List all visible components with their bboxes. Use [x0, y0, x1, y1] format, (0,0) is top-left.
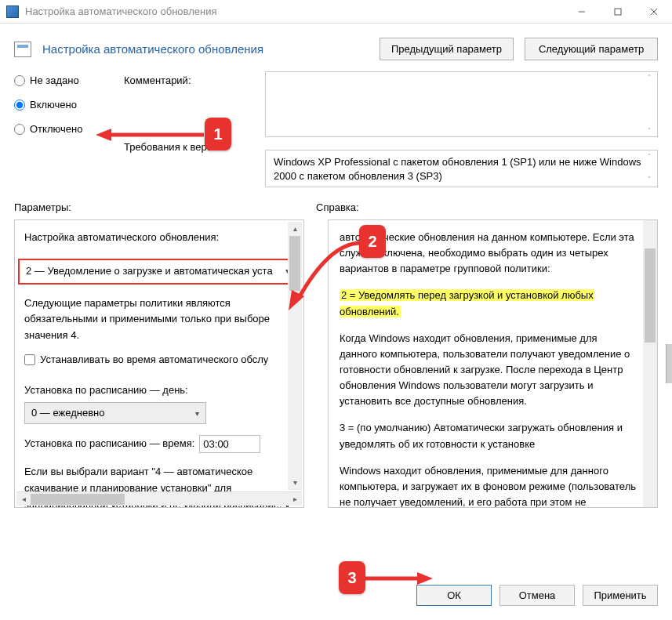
radio-disabled-label: Отключено	[30, 123, 82, 135]
resize-handle[interactable]	[666, 344, 672, 383]
svg-rect-1	[615, 9, 621, 15]
help-p5: Windows находит обновления, применимые д…	[340, 463, 637, 508]
policy-header: Настройка автоматического обновления Пре…	[0, 24, 672, 68]
schedule-time-label: Установка по расписанию — время:	[24, 436, 194, 452]
help-vscrollbar[interactable]	[643, 220, 657, 507]
parameters-section-label: Параметры:	[14, 201, 316, 213]
help-p3: Когда Windows находит обновления, примен…	[340, 331, 637, 410]
parameters-vscrollbar[interactable]: ▴ ▾	[288, 222, 302, 490]
parameters-hscrollbar[interactable]: ◂ ▸	[16, 491, 302, 506]
ok-button[interactable]: ОК	[416, 585, 492, 606]
schedule-time-input[interactable]	[199, 435, 260, 453]
help-p4: 3 = (по умолчанию) Автоматически загружа…	[340, 420, 637, 451]
policy-note: Следующие параметры политики являются об…	[24, 295, 292, 344]
schedule-day-dropdown[interactable]: 0 — ежедневно ▾	[24, 402, 206, 425]
update-mode-value: 2 — Уведомление о загрузке и автоматичес…	[26, 265, 273, 277]
policy-icon	[14, 42, 31, 57]
help-section-label: Справка:	[316, 201, 658, 213]
next-setting-button[interactable]: Следующий параметр	[525, 38, 658, 60]
comment-scrollbar[interactable]: ˄˅	[643, 74, 656, 135]
annotation-badge-1: 1	[205, 118, 231, 150]
radio-enabled-input[interactable]	[14, 100, 25, 111]
radio-enabled-label: Включено	[30, 99, 77, 111]
annotation-badge-2: 2	[359, 225, 386, 258]
maximize-button[interactable]	[600, 0, 636, 24]
comment-textarea[interactable]: ˄˅	[265, 71, 658, 137]
requirements-scrollbar[interactable]: ˄˅	[643, 152, 656, 185]
annotation-badge-3: 3	[339, 561, 365, 594]
page-title: Настройка автоматического обновления	[42, 42, 369, 56]
radio-enabled[interactable]: Включено	[14, 99, 116, 111]
dialog-footer: ОК Отмена Применить	[416, 585, 658, 606]
radio-disabled[interactable]: Отключено	[14, 123, 116, 135]
radio-not-configured[interactable]: Не задано	[14, 74, 116, 86]
apply-button[interactable]: Применить	[583, 585, 658, 606]
svg-marker-8	[417, 572, 433, 585]
update-mode-dropdown[interactable]: 2 — Уведомление о загрузке и автоматичес…	[18, 259, 297, 285]
window-titlebar: Настройка автоматического обновления	[0, 0, 672, 24]
maintenance-checkbox[interactable]	[24, 354, 35, 365]
window-title: Настройка автоматического обновления	[25, 5, 564, 17]
update-mode-label: Настройка автоматического обновления:	[24, 230, 292, 246]
app-icon	[6, 5, 19, 18]
radio-not-configured-input[interactable]	[14, 75, 25, 86]
requirements-text: Windows XP Professional с пакетом обновл…	[274, 156, 641, 182]
previous-setting-button[interactable]: Предыдущий параметр	[380, 38, 514, 60]
maintenance-checkbox-row[interactable]: Устанавливать во время автоматического о…	[24, 352, 292, 368]
requirements-box: Windows XP Professional с пакетом обновл…	[265, 150, 658, 187]
maintenance-checkbox-label: Устанавливать во время автоматического о…	[40, 352, 268, 368]
chevron-down-icon: ▾	[195, 408, 199, 420]
cancel-button[interactable]: Отмена	[499, 585, 575, 606]
close-button[interactable]	[636, 0, 672, 24]
minimize-button[interactable]	[564, 0, 600, 24]
radio-disabled-input[interactable]	[14, 124, 25, 135]
comment-label: Комментарий:	[124, 74, 257, 86]
requirements-label: Требования к версии:	[124, 141, 257, 153]
schedule-day-value: 0 — ежедневно	[31, 407, 105, 419]
help-panel: автоматические обновления на данном комп…	[328, 219, 658, 508]
radio-not-configured-label: Не задано	[30, 74, 79, 86]
parameters-panel: Настройка автоматического обновления: 2 …	[14, 219, 304, 508]
schedule-day-label: Установка по расписанию — день:	[24, 383, 292, 399]
help-p2: 2 = Уведомлять перед загрузкой и установ…	[340, 288, 637, 319]
